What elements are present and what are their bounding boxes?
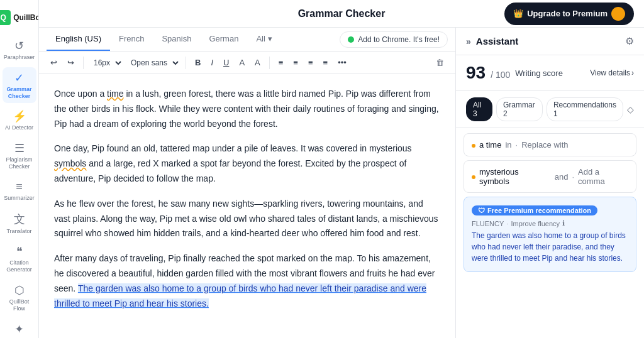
view-details-button[interactable]: View details ›	[590, 68, 634, 77]
plagiarism-icon: ☰	[14, 141, 25, 155]
paragraph-4: After many days of traveling, Pip finall…	[54, 251, 440, 311]
suggestion-action-2: Add a comma	[578, 167, 628, 186]
topbar: Grammar Checker 👑 Upgrade to Premium	[39, 0, 644, 28]
filter-grammar[interactable]: Grammar 2	[496, 97, 543, 121]
align-justify-button[interactable]: ≡	[319, 55, 332, 70]
font-size-select[interactable]: 16px	[89, 57, 123, 69]
suggestion-content-2: mysterious symbols and · Add a comma	[472, 167, 628, 186]
premium-badge-label: Free Premium recommendation	[487, 207, 591, 214]
toolbar: ↩ ↪ 16px Open sans B I U A A ≡ ≡ ≡ ≡	[39, 52, 455, 74]
toolbar-separator	[83, 57, 84, 69]
editor-container: English (US) French Spanish German All ▾…	[39, 28, 455, 338]
page-title: Grammar Checker	[298, 8, 386, 19]
align-center-button[interactable]: ≡	[289, 55, 302, 70]
suggestion-text-1: a time	[479, 140, 501, 150]
main-content: Grammar Checker 👑 Upgrade to Premium Eng…	[39, 0, 644, 338]
score-section: 93 / 100 Writing score View details ›	[456, 55, 644, 91]
all-label: All	[256, 34, 265, 43]
sidebar-item-paraphraser[interactable]: ↺ Paraphraser	[3, 35, 36, 65]
score-total: / 100	[491, 70, 510, 80]
chrome-add-button[interactable]: Add to Chrome. It's free!	[340, 31, 448, 48]
fluency-label: FLUENCY · Improve fluency ℹ	[472, 219, 628, 227]
chevrons-icon: »	[466, 36, 471, 46]
sidebar-item-translator[interactable]: 文 Translator	[3, 208, 36, 239]
paragraph-1: Once upon a time in a lush, green forest…	[54, 87, 440, 131]
sidebar-item-premium[interactable]: ✦ QuillBot Premium	[3, 319, 36, 338]
score-value: 93	[466, 63, 486, 83]
score-row: 93 / 100 Writing score View details ›	[466, 63, 634, 83]
align-left-button[interactable]: ≡	[275, 55, 287, 70]
tab-english[interactable]: English (US)	[47, 28, 110, 51]
sidebar-item-citation[interactable]: ❝ Citation Generator	[3, 241, 36, 277]
suggestion-text-2: mysterious symbols	[479, 167, 551, 186]
sidebar-item-ai-detector[interactable]: ⚡ AI Detector	[3, 106, 36, 135]
suggestion-content-1: a time in · Replace with	[472, 140, 628, 150]
font-color-button[interactable]: A	[235, 55, 248, 70]
logo-icon: Q	[0, 10, 11, 25]
highlighted-text: The garden was also home to a group of b…	[54, 283, 426, 308]
text-editor[interactable]: Once upon a time in a lush, green forest…	[39, 74, 455, 338]
right-panel: » Assistant ⚙ 93 / 100 Writing score Vie…	[455, 28, 644, 338]
error-time: time	[107, 89, 123, 99]
delete-button[interactable]: 🗑	[432, 55, 448, 70]
toolbar-separator-3	[269, 57, 270, 69]
sidebar-item-summarizer[interactable]: ≡ Summarizer	[3, 177, 36, 205]
toolbar-separator-2	[186, 57, 186, 69]
fluency-dot: ·	[506, 220, 508, 227]
chrome-btn-label: Add to Chrome. It's free!	[358, 35, 440, 44]
sidebar-item-flow[interactable]: ⬡ QuillBot Flow	[3, 280, 36, 316]
chevron-down-icon: ▾	[268, 34, 272, 43]
fluency-text: FLUENCY	[472, 220, 504, 227]
italic-button[interactable]: I	[207, 55, 217, 70]
underline-button[interactable]: U	[219, 55, 233, 70]
align-right-button[interactable]: ≡	[304, 55, 317, 70]
highlight-button[interactable]: A	[251, 55, 264, 70]
font-family-select[interactable]: Open sans	[126, 57, 180, 69]
citation-icon: ❝	[16, 244, 23, 258]
suggestion-action-1: Replace with	[521, 140, 568, 150]
tab-french[interactable]: French	[110, 28, 153, 51]
suggestion-item-2[interactable]: mysterious symbols and · Add a comma	[464, 160, 636, 193]
paragraph-3: As he flew over the forest, he saw many …	[54, 197, 440, 241]
sidebar-item-plagiarism[interactable]: ☰ Plagiarism Checker	[3, 138, 36, 174]
sidebar-item-label: AI Detector	[5, 124, 33, 131]
upgrade-button[interactable]: 👑 Upgrade to Premium	[504, 3, 634, 25]
sidebar-item-grammar[interactable]: ✓ Grammar Checker	[3, 67, 36, 104]
user-avatar	[611, 7, 625, 21]
translator-icon: 文	[14, 212, 25, 227]
sidebar-item-label: Summarizer	[4, 195, 35, 202]
grammar-icon: ✓	[14, 71, 24, 85]
undo-button[interactable]: ↩	[47, 55, 61, 70]
filter-recommendations[interactable]: Recommendations 1	[547, 97, 623, 121]
suggestions-list: a time in · Replace with mysterious symb…	[456, 128, 644, 338]
tab-spanish[interactable]: Spanish	[153, 28, 200, 51]
ai-detector-icon: ⚡	[13, 109, 26, 123]
tab-all[interactable]: All ▾	[247, 28, 280, 51]
redo-button[interactable]: ↪	[64, 55, 78, 70]
more-options-button[interactable]: •••	[334, 55, 350, 70]
chrome-dot-icon	[348, 36, 354, 43]
assistant-header: » Assistant ⚙	[456, 28, 644, 55]
error-dot-2	[472, 175, 475, 179]
error-dot-1	[472, 144, 475, 148]
separator-dot-1: ·	[516, 140, 518, 150]
suggestion-item-1[interactable]: a time in · Replace with	[464, 133, 636, 156]
paragraph-2: One day, Pip found an old, tattered map …	[54, 141, 440, 186]
premium-recommendation-card: 🛡 Free Premium recommendation FLUENCY · …	[464, 197, 636, 272]
sidebar-item-label: Citation Generator	[5, 259, 34, 273]
bold-button[interactable]: B	[191, 55, 204, 70]
paraphraser-icon: ↺	[14, 39, 24, 53]
settings-icon[interactable]: ⚙	[625, 35, 634, 47]
assistant-label: Assistant	[476, 36, 519, 46]
crown-icon: 👑	[513, 9, 523, 18]
filter-tabs: All 3 Grammar 2 Recommendations 1 ◇	[456, 91, 644, 128]
improve-text: Improve fluency	[511, 220, 560, 227]
sidebar-item-label: QuillBot Flow	[5, 298, 34, 312]
suggestion-connector-1: in	[505, 140, 511, 150]
shield-icon: 🛡	[478, 207, 485, 214]
info-icon: ℹ	[562, 219, 565, 227]
tab-german[interactable]: German	[200, 28, 247, 51]
chevron-right-icon: ›	[631, 68, 634, 77]
filter-all[interactable]: All 3	[466, 97, 492, 121]
premium-icon: ✦	[14, 322, 24, 336]
